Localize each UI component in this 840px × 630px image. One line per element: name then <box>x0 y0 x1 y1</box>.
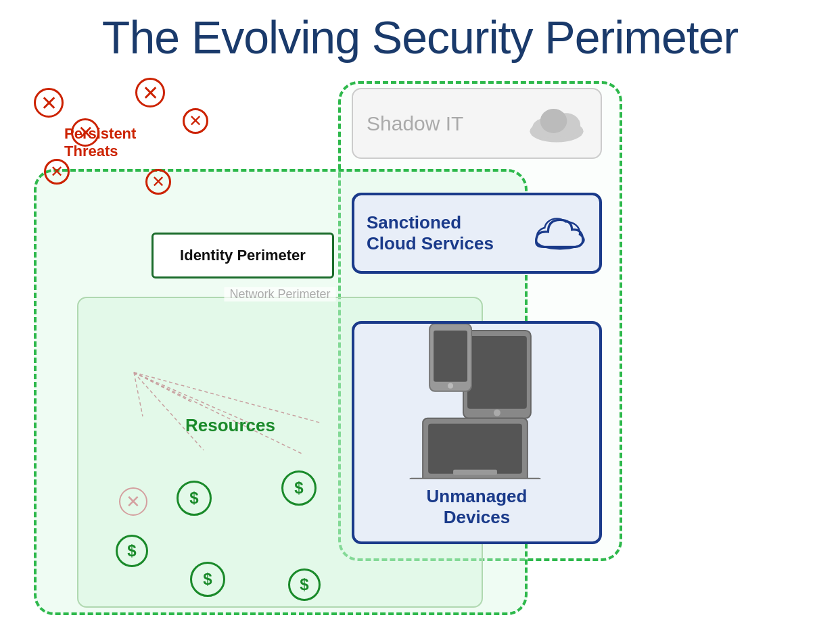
devices-icon <box>409 324 544 479</box>
svg-point-9 <box>540 108 567 132</box>
svg-line-3 <box>134 372 204 450</box>
diagram-area: Network Perimeter ✕ $ $ $ $ $ $ Resource… <box>20 81 820 622</box>
threat-x-5: ✕ <box>145 169 171 195</box>
svg-point-23 <box>448 383 453 389</box>
faded-threat-icon: ✕ <box>119 487 147 516</box>
page-title: The Evolving Security Perimeter <box>0 0 840 63</box>
resource-dollar-3: $ <box>281 470 317 506</box>
persistent-threats-label: Persistent Threats <box>64 125 136 161</box>
unmanaged-devices-box: Unmanaged Devices <box>352 321 602 544</box>
svg-point-20 <box>494 410 500 416</box>
shadow-cloud-icon <box>526 103 587 144</box>
resource-dollar-2: $ <box>177 481 212 516</box>
threats-area: ✕ ✕ ✕ ✕ ✕ ✕ Persistent Threats <box>27 81 183 216</box>
shadow-it-label: Shadow IT <box>367 112 518 135</box>
threat-x-4: ✕ <box>44 159 70 185</box>
svg-rect-27 <box>453 470 497 475</box>
svg-rect-19 <box>467 336 527 409</box>
svg-line-0 <box>134 372 193 403</box>
svg-line-4 <box>134 372 302 454</box>
svg-rect-22 <box>434 331 467 382</box>
threat-x-1: ✕ <box>34 88 64 118</box>
resources-label: Resources <box>185 415 275 436</box>
threat-x-2: ✕ <box>135 78 165 107</box>
svg-line-5 <box>134 372 143 416</box>
svg-rect-26 <box>409 478 541 479</box>
svg-rect-25 <box>428 424 522 474</box>
resource-dollar-5: $ <box>190 562 225 597</box>
identity-perimeter-label: Identity Perimeter <box>180 247 306 264</box>
sanctioned-cloud-label: Sanctioned Cloud Services <box>367 212 523 254</box>
sanctioned-cloud-box: Sanctioned Cloud Services <box>352 193 602 274</box>
cloud-blue-icon <box>533 213 587 253</box>
network-perimeter-label: Network Perimeter <box>224 287 335 301</box>
threat-x-3: ✕ <box>183 108 208 134</box>
shadow-it-box: Shadow IT <box>352 88 602 159</box>
unmanaged-devices-label: Unmanaged Devices <box>427 486 528 528</box>
resource-dollar-6: $ <box>288 568 321 601</box>
identity-perimeter-box: Identity Perimeter <box>151 233 334 278</box>
resource-dollar-1: $ <box>116 535 148 567</box>
